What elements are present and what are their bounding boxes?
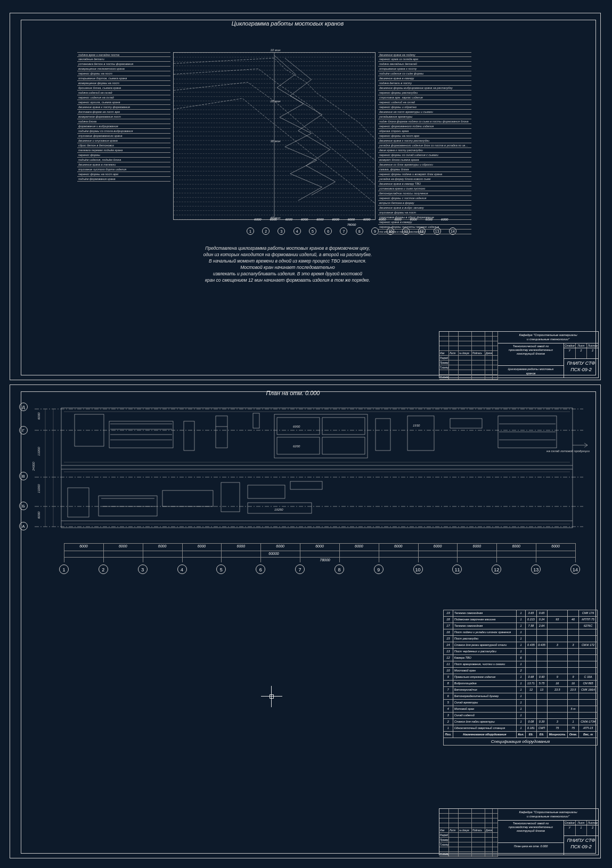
op-left-3: возвращение тележечного крана: [77, 67, 170, 71]
axis-dim-0: 6000: [252, 218, 263, 221]
op-right-3: открывание крана к посту: [378, 67, 471, 71]
svg-rect-65: [376, 419, 390, 451]
op-left-14: подача блока: [77, 119, 170, 124]
op-left-10: перенос аргила, съемка крана: [77, 100, 170, 105]
operations-left-column: подача арма и наладка постазакладные дет…: [77, 52, 170, 182]
svg-text:6000: 6000: [37, 511, 40, 519]
svg-rect-68: [450, 419, 482, 428]
spec-row-13: 13Пост чердачных и распалубки1: [444, 649, 598, 655]
tb-sheet: 2: [576, 348, 587, 358]
op-left-12: доставка форме на пост арм: [77, 110, 170, 114]
op-right-0: движение крана на подачу: [378, 52, 471, 57]
axis-dim-8: 6000: [377, 218, 388, 221]
op-left-7: брошение блока, съемка крана: [77, 86, 170, 91]
spec-header: Поз.Наименование оборудованияКол.Ед.Ед.М…: [444, 732, 598, 738]
cyclogram-description: Представлена циклограмма работы мостовых…: [149, 245, 426, 283]
col-dim-4: 6000: [233, 544, 248, 548]
axis-dim-11: 6000: [424, 218, 435, 221]
cyclogram-title: Циклограмма работы мостовых кранов: [160, 20, 415, 27]
col-dim-6: 6000: [312, 544, 327, 548]
axis-circle-10: 10: [387, 227, 394, 235]
time-marker-10: 10 мин: [270, 48, 280, 52]
col-circle-12: 12: [492, 564, 501, 574]
op-left-23: движение крана в тележки: [77, 162, 170, 167]
op-right-19: укладка формованного изделия блок со пос…: [378, 143, 471, 148]
op-right-21: перенос формы со склад изделия с съемки: [378, 153, 471, 158]
plan-drawing: 6900 6200 1930 19250 6000 13200 1320: [24, 403, 589, 541]
svg-text:1930: 1930: [413, 424, 420, 427]
axis-circle-6: 6: [324, 227, 332, 235]
op-left-19: сброс бетон в бетоновоз: [77, 143, 170, 148]
col-circle-5: 5: [216, 564, 226, 574]
op-right-13: укладывание арматуры: [378, 114, 471, 119]
cyclogram-axis: 1600026000360004600056000660007600086000…: [154, 216, 549, 237]
axis-dim-4: 6000: [315, 218, 325, 221]
op-right-11: перенос формы и обратно: [378, 105, 471, 110]
tb-stage-h: Стадия: [564, 343, 576, 348]
col-circle-8: 8: [334, 564, 344, 574]
plan-title: План на отм. 0.000: [213, 390, 373, 396]
op-right-30: перенос формы с постов изделия: [378, 196, 471, 201]
op-right-2: подача закладных деталей: [378, 62, 471, 67]
op-right-22: возврат блока съемка крана: [378, 158, 471, 162]
tb-sheets-2: 2: [587, 825, 598, 836]
col-circle-7: 7: [295, 564, 305, 574]
spec-row-6: 6Бетоноразделительный бункер1: [444, 693, 598, 700]
op-right-15: перенос формованного подачи изделия: [378, 124, 471, 129]
svg-rect-74: [99, 496, 157, 516]
spec-row-16: 16Пост подачи и укладки шпонок хранения1: [444, 629, 598, 636]
op-left-13: возвратное формования пост: [77, 114, 170, 119]
op-left-26: подъём формования крана: [77, 177, 170, 182]
tb-department: Кафедра "Строительные материалыи специал…: [498, 332, 598, 343]
op-right-18: движение крана к посту распалубки: [378, 138, 471, 143]
svg-text:6000: 6000: [37, 412, 40, 420]
col-circle-10: 10: [413, 564, 423, 574]
op-left-24: опускание пустого борта изделия: [77, 167, 170, 172]
tb-sheets-h2: Листов: [587, 821, 598, 825]
axis-dim-3: 6000: [299, 218, 310, 221]
spec-row-4: 4Мотовой кран15 т: [444, 706, 598, 713]
op-left-21: перенос формы: [77, 153, 170, 158]
title-block-sheet-2: ИзмЛист№ докумПодписьДатаРазрабПроверТ.к…: [439, 808, 599, 855]
axis-circle-13: 13: [434, 227, 441, 235]
op-left-0: подача арма и наладка поста: [77, 52, 170, 57]
spec-row-7: 7Бетоноукладчик1121323.523.5СМК 166А: [444, 687, 598, 693]
col-dim-5: 6000: [273, 544, 288, 548]
axis-circle-8: 8: [356, 227, 363, 235]
svg-rect-66: [407, 416, 434, 451]
col-dim-10: 6000: [469, 544, 484, 548]
svg-rect-73: [68, 488, 89, 517]
tb-stage-h2: Стадия: [564, 821, 576, 825]
tb-code: ПНИПУ СТФПСК-09-2: [564, 359, 598, 378]
op-left-20: тележка перемех подъём крана: [77, 148, 170, 153]
tb-sheet-2: 1: [576, 825, 587, 836]
tb-code-2: ПНИПУ СТФПСК-09-2: [564, 836, 598, 855]
op-right-31: вспрыск бетона в форму: [378, 201, 471, 206]
tb-sheet-h2: Лист: [576, 821, 587, 825]
svg-rect-40: [61, 408, 573, 528]
spec-row-17: 17Тележка самоходная17.582.646276С: [444, 623, 598, 629]
svg-rect-55: [216, 416, 227, 448]
axis-dim-6: 6000: [346, 218, 356, 221]
svg-text:6900: 6900: [293, 425, 300, 428]
op-left-25: перенос формы на пост арм: [77, 172, 170, 177]
svg-rect-77: [162, 490, 213, 506]
svg-text:6200: 6200: [293, 445, 300, 448]
time-marker-30: 30 мин: [270, 140, 280, 143]
axis-circle-12: 12: [418, 227, 426, 235]
op-right-28: установка крана и съем пустого: [378, 186, 471, 191]
spec-row-9: 9Правильно-отрезное изделие10.680.9099С …: [444, 674, 598, 681]
svg-rect-60: [322, 417, 365, 435]
spec-row-1: 1Одноклеточный сварочный станция10.181СМ…: [444, 725, 598, 732]
svg-text:13200: 13200: [37, 447, 40, 456]
axis-circle-1: 1: [247, 227, 254, 235]
col-circle-3: 3: [138, 564, 148, 574]
op-right-32: движение крана в вибро заливку: [378, 206, 471, 210]
op-left-5: открывание бортов, съемка крана: [77, 76, 170, 81]
time-marker-20: 20 мин: [270, 100, 280, 103]
col-circle-14: 14: [570, 564, 580, 574]
spec-row-14: 14Станок для резки арматурной стали10.43…: [444, 642, 598, 649]
op-left-17: опускание формованного крана: [77, 134, 170, 138]
col-dim-11: 6000: [509, 544, 524, 548]
op-left-8: подача изделий на склад: [77, 91, 170, 95]
